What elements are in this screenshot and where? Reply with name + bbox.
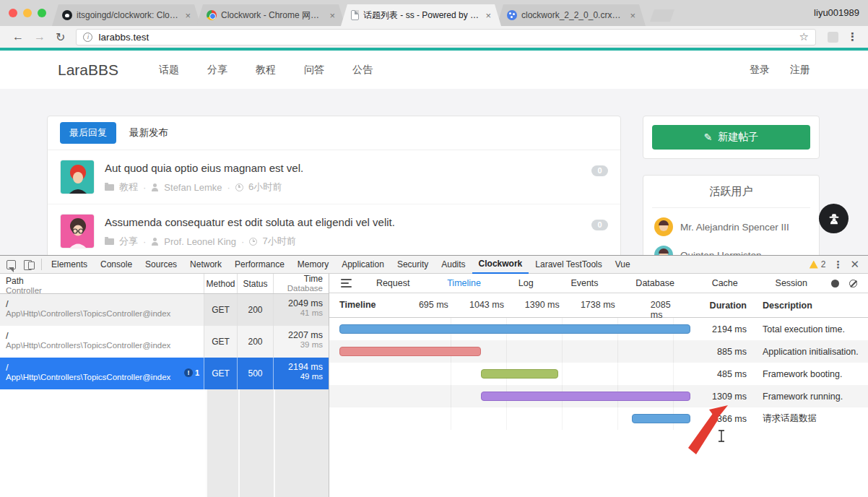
timeline-row[interactable]: 485 ms Framework booting. — [329, 363, 868, 385]
table-row[interactable]: / App\Http\Controllers\TopicsController@… — [0, 326, 329, 358]
tab-close-icon[interactable]: × — [628, 10, 637, 21]
topic-category[interactable]: 分享 — [119, 235, 138, 248]
timeline-description: Application initialisation. — [747, 347, 868, 357]
browser-tab-chrome-store[interactable]: Clockwork - Chrome 网上应用店 × — [196, 4, 345, 26]
site-nav: 话题 分享 教程 问答 公告 — [155, 64, 377, 77]
devtools-menu-icon[interactable]: ⋮ — [833, 259, 843, 270]
browser-tab-topics-active[interactable]: 话题列表 - ss - Powered by Lar × — [341, 4, 501, 26]
tab-title: Clockwork - Chrome 网上应用店 — [221, 9, 324, 22]
timeline-row[interactable]: 366 ms 请求话题数据 — [329, 407, 868, 430]
timeline-bar-init[interactable] — [339, 347, 481, 356]
timeline-bar-topics-query[interactable] — [632, 414, 690, 423]
timeline-row[interactable]: 2194 ms Total execution time. — [329, 318, 868, 340]
topic-row[interactable]: Assumenda consequatur est odit soluta au… — [48, 204, 620, 255]
tab-security[interactable]: Security — [391, 256, 435, 273]
tab-close-icon[interactable]: × — [183, 10, 192, 21]
devtools-close-icon[interactable]: ✕ — [850, 258, 859, 271]
url-text[interactable]: larabbs.test — [98, 32, 799, 43]
browser-tab-crx[interactable]: clockwork_2_2_0_0.crx_免费高 × — [497, 4, 646, 26]
browser-menu-icon[interactable]: ⋮ — [844, 30, 861, 43]
topic-row[interactable]: Aut quod quia optio eius magnam est vel.… — [48, 150, 620, 204]
tab-cache[interactable]: Cache — [712, 278, 738, 288]
page-info-icon[interactable]: i — [83, 33, 92, 42]
author-user-icon — [151, 183, 159, 191]
nav-item-topics[interactable]: 话题 — [155, 64, 183, 77]
tab-elements[interactable]: Elements — [45, 256, 94, 273]
avatar[interactable] — [60, 214, 95, 248]
nav-item-tutorial[interactable]: 教程 — [251, 64, 280, 77]
forward-icon[interactable]: → — [29, 30, 51, 43]
site-logo[interactable]: LaraBBS — [58, 61, 118, 79]
tab-application[interactable]: Application — [335, 256, 391, 273]
timeline-bar-booting[interactable] — [481, 369, 558, 379]
extension-icon[interactable] — [828, 32, 838, 43]
nav-item-share[interactable]: 分享 — [203, 64, 232, 77]
toggle-sidebar-icon[interactable] — [341, 279, 352, 288]
requests-table: Path Controller Method Status Time Datab… — [0, 274, 329, 497]
tab-performance[interactable]: Performance — [228, 256, 291, 273]
tab-console[interactable]: Console — [94, 256, 139, 273]
back-icon[interactable]: ← — [7, 30, 29, 43]
tab-close-icon[interactable]: × — [484, 10, 492, 21]
bookmark-star-icon[interactable]: ☆ — [799, 30, 809, 43]
reload-icon[interactable]: ↻ — [51, 30, 70, 44]
new-tab-button[interactable] — [650, 9, 674, 22]
topic-title[interactable]: Assumenda consequatur est odit soluta au… — [105, 216, 581, 228]
timeline-bar-total[interactable] — [339, 324, 690, 334]
list-item[interactable]: Quinten Hermiston — [654, 246, 808, 255]
warning-badge[interactable]: 2 — [810, 259, 826, 269]
user-name[interactable]: Mr. Alejandrin Spencer III — [680, 222, 789, 233]
topic-title[interactable]: Aut quod quia optio eius magnam est vel. — [105, 162, 581, 174]
tab-latest[interactable]: 最新发布 — [129, 126, 168, 139]
timeline-description: Total execution time. — [747, 324, 868, 334]
new-post-button[interactable]: ✎ 新建帖子 — [652, 125, 810, 150]
topic-author[interactable]: Prof. Leonel King — [164, 236, 236, 247]
nav-item-qa[interactable]: 问答 — [300, 64, 329, 77]
zoom-window-button[interactable] — [38, 9, 46, 17]
minimize-window-button[interactable] — [23, 9, 32, 17]
clockwork-tabbar: Request Timeline Log Events Database Cac… — [329, 274, 868, 293]
browser-tab-github[interactable]: itsgoingd/clockwork: Clockwor × — [52, 4, 201, 26]
request-method: GET — [204, 294, 237, 326]
topic-author[interactable]: Stefan Lemke — [164, 182, 222, 193]
table-row[interactable]: / App\Http\Controllers\TopicsController@… — [0, 294, 329, 326]
register-link[interactable]: 注册 — [790, 64, 810, 77]
tab-audits[interactable]: Audits — [435, 256, 472, 273]
tab-vue[interactable]: Vue — [609, 256, 637, 273]
gridline — [617, 407, 618, 430]
tab-timeline[interactable]: Timeline — [447, 278, 481, 288]
incognito-fab-button[interactable] — [819, 204, 849, 233]
tab-request[interactable]: Request — [376, 278, 410, 288]
timeline-bar-running[interactable] — [481, 392, 690, 401]
dot-separator: · — [143, 236, 146, 247]
timeline-row[interactable]: 885 ms Application initialisation. — [329, 340, 868, 363]
tab-database[interactable]: Database — [635, 278, 674, 288]
list-item[interactable]: Mr. Alejandrin Spencer III — [654, 217, 808, 236]
tab-close-icon[interactable]: × — [328, 10, 337, 21]
close-window-button[interactable] — [9, 9, 17, 17]
tab-events[interactable]: Events — [570, 278, 598, 288]
tab-sources[interactable]: Sources — [139, 256, 183, 273]
tab-log[interactable]: Log — [518, 278, 534, 288]
tab-clockwork[interactable]: Clockwork — [472, 255, 529, 274]
tab-laravel-testtools[interactable]: Laravel TestTools — [529, 256, 609, 273]
address-bar[interactable]: i larabbs.test ☆ — [76, 29, 816, 46]
timeline-duration: 485 ms — [695, 369, 747, 379]
tab-last-reply[interactable]: 最后回复 — [60, 122, 116, 144]
user-name[interactable]: Quinten Hermiston — [680, 250, 762, 256]
nav-item-announce[interactable]: 公告 — [348, 64, 377, 77]
tab-session[interactable]: Session — [776, 278, 807, 288]
avatar[interactable] — [60, 160, 95, 194]
timeline-row[interactable]: 1309 ms Framework running. — [329, 385, 868, 407]
clear-requests-icon[interactable] — [849, 280, 857, 288]
record-toggle-icon[interactable] — [831, 280, 839, 288]
inspect-element-icon[interactable] — [6, 260, 16, 269]
tab-memory[interactable]: Memory — [291, 256, 335, 273]
table-row-selected[interactable]: / App\Http\Controllers\TopicsController@… — [0, 358, 329, 389]
device-toolbar-icon[interactable] — [23, 259, 35, 270]
topic-category[interactable]: 教程 — [119, 181, 138, 194]
active-users-card: 活跃用户 Mr. Alejandrin Spencer III Quinten … — [643, 175, 820, 255]
tab-network[interactable]: Network — [183, 256, 228, 273]
divider — [41, 259, 42, 270]
login-link[interactable]: 登录 — [750, 64, 770, 77]
